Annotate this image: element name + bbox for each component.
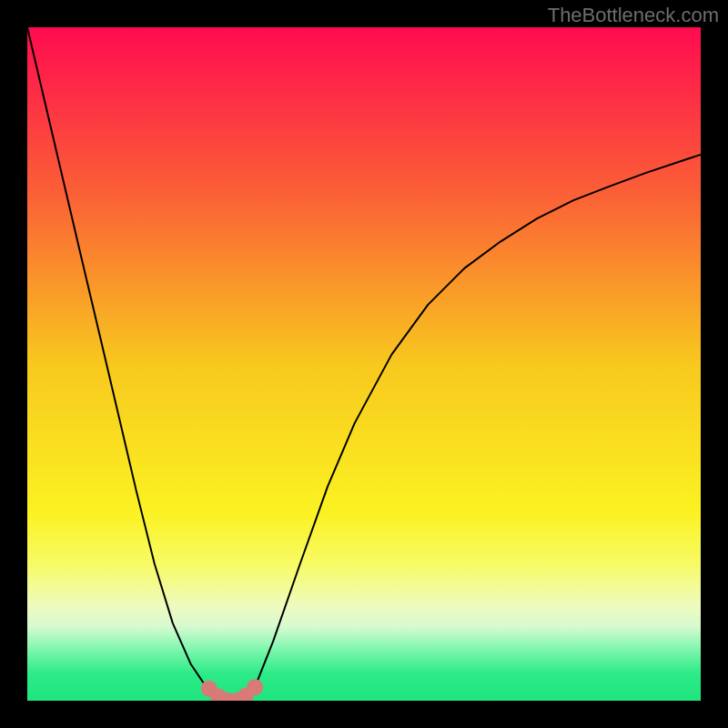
attribution-text: TheBottleneck.com [548, 4, 719, 27]
marker-point [247, 679, 263, 695]
chart-background [27, 27, 701, 701]
chart-frame [27, 27, 701, 701]
bottleneck-plot [27, 27, 701, 701]
